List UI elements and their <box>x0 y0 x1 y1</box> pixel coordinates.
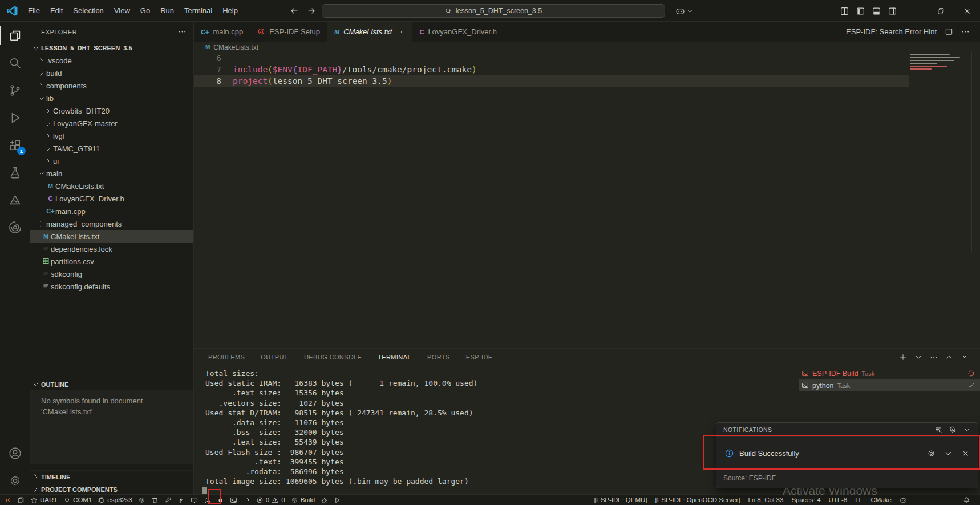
chevron-down-icon[interactable] <box>963 426 971 434</box>
editor-scrollbar[interactable] <box>971 52 972 252</box>
status-ln-8-col-33[interactable]: Ln 8, Col 33 <box>744 495 787 505</box>
tree-item-cmakelists-txt[interactable]: MCMakeLists.txt <box>30 180 193 192</box>
clear-all-notifications-icon[interactable] <box>934 426 942 434</box>
menu-run[interactable]: Run <box>155 3 179 18</box>
status-gear[interactable] <box>135 495 148 505</box>
status-terminal[interactable] <box>227 495 240 505</box>
status-arrow-right[interactable] <box>240 495 253 505</box>
status-trash[interactable] <box>148 495 161 505</box>
tree-item-sdkconfig-defaults[interactable]: sdkconfig.defaults <box>30 280 193 293</box>
split-editor-icon[interactable] <box>945 27 953 36</box>
breadcrumb[interactable]: M CMakeLists.txt <box>194 42 980 52</box>
tree-item-build[interactable]: build <box>30 67 193 79</box>
restore-button[interactable] <box>928 0 954 22</box>
status--esp-idf-qemu-[interactable]: [ESP-IDF: QEMU] <box>590 495 651 505</box>
status-remote[interactable] <box>1 495 14 505</box>
outline-header[interactable]: OUTLINE <box>30 378 193 390</box>
tree-item-main[interactable]: main <box>30 167 193 180</box>
terminal-output[interactable]: Total sizes: Used static IRAM: 16383 byt… <box>205 369 477 486</box>
copilot-menu[interactable] <box>675 0 693 22</box>
menu-file[interactable]: File <box>23 3 45 18</box>
tree-item-lovyangfx-driver-h[interactable]: CLovyanGFX_Driver.h <box>30 192 193 205</box>
tree-item-partitions-csv[interactable]: partitions.csv <box>30 255 193 268</box>
activity-run-debug[interactable] <box>0 104 30 131</box>
activity-explorer[interactable] <box>0 22 30 49</box>
menu-go[interactable]: Go <box>135 3 155 18</box>
panel-tab-debug-console[interactable]: DEBUG CONSOLE <box>304 349 362 366</box>
status-bell[interactable] <box>959 495 974 505</box>
kebab-icon[interactable] <box>961 27 970 36</box>
status-gear[interactable]: Build <box>288 495 318 505</box>
status-error-circle[interactable]: 00 <box>253 495 288 505</box>
activity-espidf-welcome[interactable] <box>0 186 30 213</box>
activity-source-control[interactable] <box>0 76 30 104</box>
panel-tab-ports[interactable]: PORTS <box>427 349 450 366</box>
command-center-search[interactable]: lesson_5_DHT_screen_3.5 <box>322 4 665 18</box>
status-chip[interactable]: esp32s3 <box>95 495 135 505</box>
panel-tab-esp-idf[interactable]: ESP-IDF <box>466 349 492 366</box>
tree-item-tamc-gt911[interactable]: TAMC_GT911 <box>30 142 193 155</box>
minimize-button[interactable] <box>901 0 928 22</box>
tree-item-lovyangfx-master[interactable]: LovyanGFX-master <box>30 117 193 130</box>
tab-cmakelists-txt[interactable]: MCMakeLists.txt <box>327 22 412 42</box>
menu-view[interactable]: View <box>109 3 135 18</box>
timeline-header[interactable]: TIMELINE <box>30 470 193 483</box>
tree-item-crowbits-dht20[interactable]: Crowbits_DHT20 <box>30 104 193 117</box>
tree-item-components[interactable]: components <box>30 79 193 92</box>
tab-esp-idf-setup[interactable]: ESP-IDF Setup <box>250 22 327 42</box>
toggle-sidebar-icon[interactable] <box>856 6 865 16</box>
tree-item-managed-components[interactable]: managed_components <box>30 217 193 230</box>
status-zap[interactable] <box>175 495 188 505</box>
panel-tab-problems[interactable]: PROBLEMS <box>208 349 245 366</box>
activity-account[interactable] <box>0 439 30 467</box>
mute-notifications-icon[interactable] <box>949 426 957 434</box>
status-copilot[interactable] <box>896 495 911 505</box>
chevron-down-icon[interactable] <box>914 353 922 361</box>
kebab-icon[interactable] <box>930 353 938 361</box>
forward-arrow-icon[interactable] <box>307 6 316 15</box>
status-plug[interactable]: COM1 <box>60 495 95 505</box>
plus-icon[interactable] <box>899 353 907 361</box>
tree-item-lib[interactable]: lib <box>30 92 193 104</box>
project-root-row[interactable]: LESSON_5_DHT_SCREEN_3.5 <box>30 42 193 54</box>
activity-espidf-explorer[interactable] <box>0 213 30 241</box>
tab-main-cpp[interactable]: C+main.cpp <box>194 22 250 42</box>
task-esp-idf-build[interactable]: ESP-IDF BuildTask <box>799 367 980 379</box>
tab-lovyangfx-driver-h[interactable]: CLovyanGFX_Driver.h <box>412 22 504 42</box>
menu-help[interactable]: Help <box>217 3 243 18</box>
tree-item-dependencies-lock[interactable]: dependencies.lock <box>30 243 193 255</box>
customize-layout-icon[interactable] <box>840 6 849 16</box>
close-tab-icon[interactable] <box>398 29 405 35</box>
task-python[interactable]: pythonTask <box>799 379 980 391</box>
status-wrench[interactable] <box>161 495 175 505</box>
activity-settings[interactable] <box>0 467 30 494</box>
tree-item-lvgl[interactable]: lvgl <box>30 130 193 142</box>
activity-search[interactable] <box>0 49 30 76</box>
chevron-up-icon[interactable] <box>945 353 953 361</box>
project-components-header[interactable]: PROJECT COMPONENTS <box>30 483 193 495</box>
close-icon[interactable] <box>961 353 969 361</box>
activity-testing[interactable] <box>0 159 30 186</box>
menu-selection[interactable]: Selection <box>68 3 108 18</box>
espidf-search-error-hint[interactable]: ESP-IDF: Search Error Hint <box>846 27 937 36</box>
menu-edit[interactable]: Edit <box>45 3 68 18</box>
status-bug[interactable] <box>318 495 331 505</box>
explorer-more-actions-icon[interactable] <box>178 27 187 36</box>
tree-item--vscode[interactable]: .vscode <box>30 54 193 67</box>
toggle-secondary-sidebar-icon[interactable] <box>888 6 897 16</box>
tree-item-main-cpp[interactable]: C+main.cpp <box>30 205 193 217</box>
toggle-panel-icon[interactable] <box>872 6 881 16</box>
status-play[interactable] <box>331 495 344 505</box>
back-arrow-icon[interactable] <box>290 6 299 15</box>
status-files2[interactable] <box>14 495 27 505</box>
status-monitor[interactable] <box>188 495 201 505</box>
status--esp-idf-openocd-server-[interactable]: [ESP-IDF: OpenOCD Server] <box>651 495 744 505</box>
code-editor[interactable]: 67include($ENV{IDF_PATH}/tools/cmake/pro… <box>194 52 980 348</box>
tree-item-ui[interactable]: ui <box>30 155 193 167</box>
tree-item-cmakelists-txt[interactable]: MCMakeLists.txt <box>30 230 193 243</box>
status-star[interactable]: UART <box>27 495 60 505</box>
tree-item-sdkconfig[interactable]: sdkconfig <box>30 268 193 280</box>
minimap[interactable] <box>909 52 966 70</box>
panel-tab-terminal[interactable]: TERMINAL <box>378 349 411 366</box>
menu-terminal[interactable]: Terminal <box>179 3 217 18</box>
